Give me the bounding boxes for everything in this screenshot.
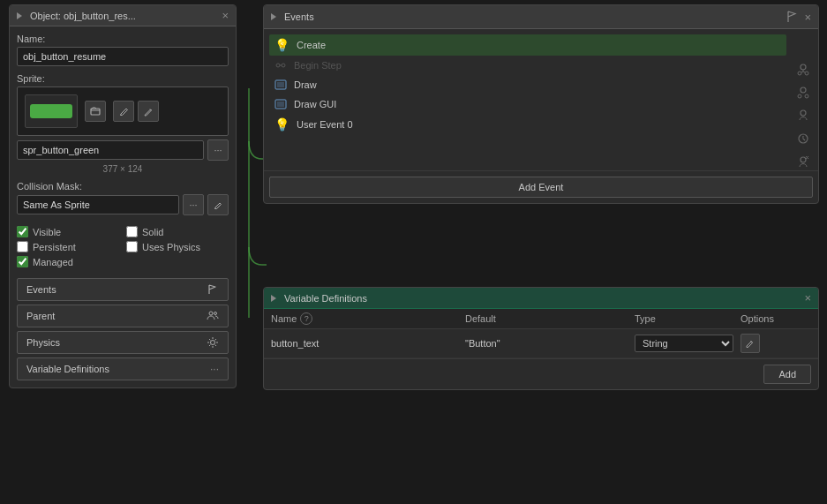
event-begin-step[interactable]: Begin Step [269,56,786,75]
side-icon-5[interactable] [793,152,813,171]
folder-icon [90,106,101,117]
left-panel-header: Object: obj_button_res... × [10,5,236,26]
checkbox-managed[interactable]: Managed [17,256,119,267]
checkbox-solid[interactable]: Solid [126,226,229,237]
vardef-close[interactable]: × [804,292,811,304]
visible-checkbox[interactable] [17,226,28,237]
vardef-panel: Variable Definitions × Name ? Default Ty… [263,287,819,390]
collision-edit-btn[interactable] [207,194,229,215]
col-options-label: Options [741,313,774,324]
vardef-btn[interactable]: Variable Definitions ··· [17,357,229,380]
edit-pencil-icon [746,339,755,348]
event-draw-gui-label: Draw GUI [294,99,336,109]
connector-line [231,88,267,318]
left-panel: Object: obj_button_res... × Name: Sprite… [9,4,237,388]
checkbox-uses-physics[interactable]: Uses Physics [126,241,229,252]
gear-icon [207,336,219,349]
svg-point-19 [801,157,806,162]
managed-checkbox[interactable] [17,256,28,267]
svg-point-2 [214,312,217,315]
col-options: Options [741,312,811,325]
checkbox-visible[interactable]: Visible [17,226,119,237]
events-btn[interactable]: Events [17,278,229,301]
event-side-icon-5 [796,154,810,169]
event-user-event-0[interactable]: 💡 User Event 0 [269,114,786,135]
left-panel-close[interactable]: × [222,10,229,21]
draw-icon [274,79,287,91]
sprite-preview-area [17,87,229,136]
sprite-image [30,104,72,118]
sprite-browse-btn[interactable] [85,101,106,122]
checkbox-persistent[interactable]: Persistent [17,241,119,252]
events-close[interactable]: × [804,11,811,23]
event-create[interactable]: 💡 Create [269,34,786,56]
vardef-default-0: "Button" [465,338,500,349]
events-btn-label: Events [26,284,56,295]
svg-point-12 [798,71,801,75]
events-list: 💡 Create Begin Step Draw [264,29,818,170]
event-draw-gui[interactable]: Draw GUI [269,94,786,114]
vardef-cell-default-0: "Button" [465,338,635,349]
sprite-controls [85,101,106,122]
left-panel-title: Object: obj_button_res... [17,11,136,21]
sprite-size: 377 × 124 [17,164,229,174]
vardef-row-0: button_text "Button" String Integer Real… [264,329,818,358]
lightbulb-icon-user: 💡 [274,117,289,132]
event-side-icon-2 [796,86,810,100]
add-vardef-button[interactable]: Add [763,365,811,384]
col-name: Name ? [271,312,465,325]
name-input[interactable] [17,47,229,66]
name-info-icon[interactable]: ? [300,312,312,325]
events-title: Events [271,11,314,22]
edit-icon [119,107,129,117]
events-title-text: Events [284,11,314,22]
vardef-title: Variable Definitions [271,293,367,304]
lightbulb-icon-create: 💡 [274,38,289,52]
events-content: 💡 Create Begin Step Draw [264,29,818,170]
col-type-label: Type [635,313,656,324]
svg-point-17 [801,110,806,116]
vardef-table-header: Name ? Default Type Options [264,309,818,329]
uses-physics-checkbox[interactable] [126,241,138,252]
section-buttons: Events Parent Physics [17,278,229,380]
sprite-edit-btn[interactable] [113,101,134,122]
sprite-thumbnail[interactable] [25,94,78,128]
collision-edit-icon [214,200,223,210]
sprite-edit-icons [113,101,159,122]
object-title: Object: obj_button_res... [30,11,136,21]
uses-physics-label: Uses Physics [142,242,200,252]
physics-btn[interactable]: Physics [17,331,229,354]
event-draw[interactable]: Draw [269,75,786,94]
sprite-pencil-btn[interactable] [138,101,159,122]
collision-more-btn[interactable]: ··· [183,194,204,215]
event-user-event-0-label: User Event 0 [297,119,353,130]
col-default-label: Default [465,313,496,324]
add-event-button[interactable]: Add Event [269,177,813,198]
collision-input[interactable] [17,195,179,214]
side-icon-1[interactable] [793,60,813,79]
vardef-edit-btn-0[interactable] [741,334,760,353]
collision-section: Collision Mask: ··· [17,181,229,215]
svg-point-16 [805,94,808,98]
users-icon [207,310,219,322]
side-icon-3[interactable] [793,106,813,125]
steps-icon [274,59,287,71]
svg-point-11 [801,64,806,70]
svg-point-13 [805,71,808,75]
sprite-name-input[interactable] [17,140,204,160]
col-default: Default [465,312,635,325]
parent-btn[interactable]: Parent [17,305,229,327]
type-select-0[interactable]: String Integer Real Boolean Color List [635,335,733,352]
solid-checkbox[interactable] [126,226,138,237]
svg-point-1 [209,312,213,315]
side-icon-2[interactable] [793,83,813,102]
events-panel: Events × 💡 Create Begin Step [263,4,819,204]
vardef-header: Variable Definitions × [264,288,818,309]
sprite-more-btn[interactable]: ··· [207,139,229,161]
events-header-right: × [785,10,811,24]
vardef-footer: Add [264,358,818,389]
side-icon-4[interactable] [793,129,813,148]
checkboxes-grid: Visible Solid Persistent Uses Physics Ma… [17,222,229,271]
vardef-collapse-icon [271,295,276,302]
persistent-checkbox[interactable] [17,241,28,252]
